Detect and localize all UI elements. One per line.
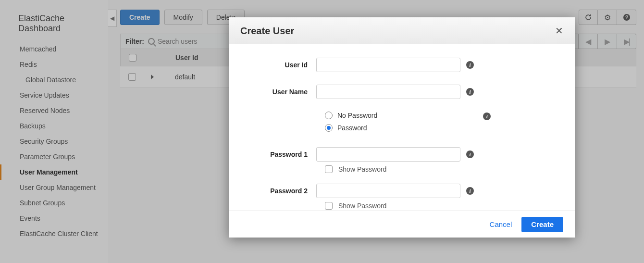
sidebar-item-events[interactable]: Events	[0, 211, 108, 226]
collapse-sidebar-button[interactable]: ◀	[108, 10, 117, 27]
sidebar: ElastiCache Dashboard MemcachedRedisGlob…	[0, 0, 108, 263]
radio-label: Password	[337, 124, 367, 132]
sidebar-item-security-groups[interactable]: Security Groups	[0, 134, 108, 149]
sidebar-item-redis[interactable]: Redis	[0, 57, 108, 72]
sidebar-item-backups[interactable]: Backups	[0, 118, 108, 134]
show-password-label: Show Password	[338, 202, 386, 210]
cancel-button[interactable]: Cancel	[490, 220, 512, 228]
svg-text:?: ?	[625, 14, 628, 20]
search-icon	[148, 38, 155, 45]
refresh-button[interactable]	[579, 10, 598, 25]
sidebar-item-user-group-management[interactable]: User Group Management	[0, 180, 108, 195]
label-user-id: User Id	[239, 61, 316, 69]
row-checkbox[interactable]	[128, 73, 136, 81]
label-password2: Password 2	[239, 187, 316, 195]
modify-button[interactable]: Modify	[164, 10, 202, 25]
password2-input[interactable]	[316, 184, 460, 198]
modal-footer: Cancel Create	[229, 211, 575, 238]
pager-next-button[interactable]: ▶	[598, 34, 617, 49]
radio-password[interactable]: Password	[325, 124, 377, 132]
label-password1: Password 1	[239, 150, 316, 158]
info-icon[interactable]: i	[466, 150, 474, 158]
radio-icon	[325, 112, 333, 119]
sidebar-item-subnet-groups[interactable]: Subnet Groups	[0, 195, 108, 211]
sidebar-item-memcached[interactable]: Memcached	[0, 41, 108, 57]
expand-row-icon[interactable]	[151, 75, 154, 79]
radio-label: No Password	[337, 112, 377, 119]
show-password2-checkbox[interactable]	[325, 202, 333, 210]
sidebar-item-user-management[interactable]: User Management	[0, 164, 108, 180]
sidebar-item-reserved-nodes[interactable]: Reserved Nodes	[0, 103, 108, 118]
create-button[interactable]: Create	[120, 10, 160, 25]
filter-label: Filter:	[125, 38, 144, 45]
show-password1-checkbox[interactable]	[325, 165, 333, 173]
gear-icon: ⚙	[604, 13, 611, 22]
label-user-name: User Name	[239, 88, 316, 96]
info-icon[interactable]: i	[466, 187, 474, 195]
close-icon: ✕	[555, 25, 563, 36]
user-name-input[interactable]	[316, 85, 460, 99]
radio-no-password[interactable]: No Password	[325, 112, 377, 119]
info-icon[interactable]: i	[466, 88, 474, 96]
pager-last-button[interactable]: ▶|	[617, 34, 636, 49]
sidebar-item-elasticache-cluster-client[interactable]: ElastiCache Cluster Client	[0, 226, 108, 241]
modal-title: Create User	[240, 25, 294, 37]
toolbar-actions: ⚙ ?	[579, 10, 636, 25]
create-user-button[interactable]: Create	[521, 217, 563, 232]
select-all-checkbox[interactable]	[129, 54, 136, 62]
password-mode-radio-group: No Password Password	[325, 112, 377, 137]
help-icon: ?	[623, 13, 631, 21]
user-id-input[interactable]	[316, 58, 460, 72]
help-button[interactable]: ?	[617, 10, 636, 25]
sidebar-nav: MemcachedRedisGlobal DatastoreService Up…	[0, 41, 108, 241]
show-password-label: Show Password	[338, 165, 386, 173]
last-page-icon: ▶|	[624, 37, 629, 46]
modal-body: User Id i User Name i No Password Passwo…	[229, 44, 575, 211]
modal-header: Create User ✕	[229, 17, 575, 44]
cell-user-id: default	[163, 73, 195, 81]
password1-input[interactable]	[316, 147, 460, 162]
chevron-left-icon: ◀	[110, 15, 114, 22]
chevron-left-icon: ◀	[585, 37, 591, 46]
page-title[interactable]: ElastiCache Dashboard	[0, 13, 108, 41]
create-user-modal: Create User ✕ User Id i User Name i No P…	[229, 17, 575, 238]
pager-prev-button[interactable]: ◀	[579, 34, 598, 49]
chevron-right-icon: ▶	[605, 37, 610, 46]
sidebar-item-global-datastore[interactable]: Global Datastore	[0, 72, 108, 88]
sidebar-item-parameter-groups[interactable]: Parameter Groups	[0, 149, 108, 164]
column-header-user-id[interactable]: User Id	[164, 54, 198, 62]
settings-button[interactable]: ⚙	[598, 10, 617, 25]
modal-close-button[interactable]: ✕	[555, 25, 563, 37]
info-icon[interactable]: i	[483, 113, 491, 120]
refresh-icon	[584, 13, 592, 21]
info-icon[interactable]: i	[466, 61, 474, 69]
sidebar-item-service-updates[interactable]: Service Updates	[0, 88, 108, 103]
radio-icon	[325, 124, 333, 132]
